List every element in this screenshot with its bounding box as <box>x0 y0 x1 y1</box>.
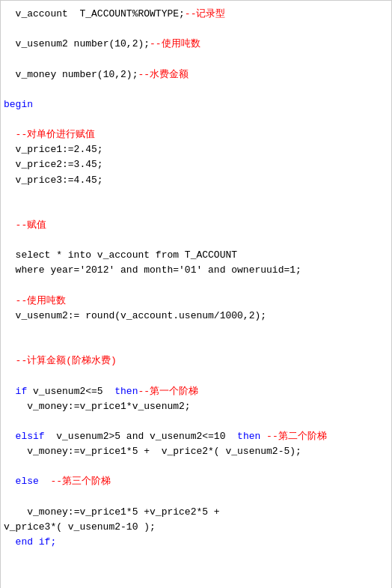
code-editor: v_account T_ACCOUNT%ROWTYPE;--记录型 v_usen… <box>0 0 392 588</box>
code-content: v_account T_ACCOUNT%ROWTYPE;--记录型 v_usen… <box>4 7 388 588</box>
